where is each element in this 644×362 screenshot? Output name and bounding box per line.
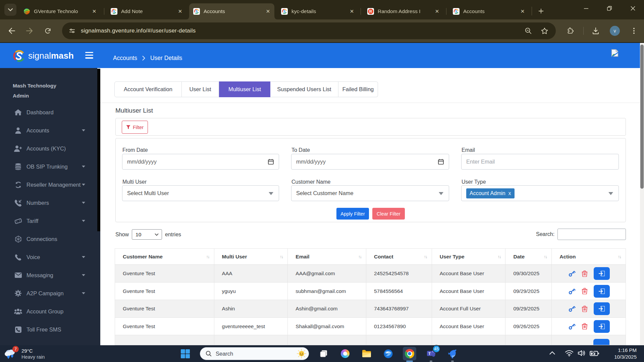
- sort-icon[interactable]: ↑↓: [206, 254, 209, 259]
- url-text[interactable]: signalmash.gventure.info/#/user/user-det…: [81, 27, 196, 34]
- page-scrollbar-thumb[interactable]: [640, 45, 644, 189]
- tray-battery[interactable]: [590, 350, 599, 358]
- file-explorer-button[interactable]: [360, 347, 373, 360]
- column-header-action[interactable]: Action↑↓: [551, 249, 626, 264]
- sidebar-item-account-group[interactable]: Account Group: [0, 302, 97, 320]
- multi-user-select[interactable]: Select Multi User: [122, 185, 279, 201]
- delete-trash-icon[interactable]: [582, 323, 587, 329]
- tray-volume[interactable]: [578, 350, 586, 358]
- sort-icon[interactable]: ↑↓: [280, 254, 283, 259]
- sort-icon[interactable]: ↑↓: [358, 254, 361, 259]
- column-header-date[interactable]: Date↑↓: [505, 249, 551, 264]
- login-as-user-button[interactable]: [593, 339, 609, 345]
- sidebar-item-numbers[interactable]: Numbers: [0, 194, 97, 212]
- tab-close-icon[interactable]: ✕: [349, 8, 355, 14]
- downloads-button[interactable]: [590, 25, 602, 37]
- user-type-select[interactable]: Account Adminx: [461, 185, 619, 201]
- column-header-user-type[interactable]: User Type↑↓: [432, 249, 505, 264]
- page-scrollbar[interactable]: [640, 43, 644, 345]
- reset-password-key-icon[interactable]: [569, 305, 576, 312]
- page-size-select[interactable]: 10: [132, 229, 162, 240]
- browser-tab-random-address[interactable]: R Random Address I ✕: [363, 3, 443, 19]
- tab-close-icon[interactable]: ✕: [265, 8, 271, 14]
- window-restore-button[interactable]: [602, 0, 617, 17]
- sidebar-item-reseller-management[interactable]: Reseller Management: [0, 176, 97, 194]
- task-view-button[interactable]: [317, 347, 330, 360]
- table-search-input[interactable]: [557, 229, 626, 240]
- calendar-icon[interactable]: [438, 159, 444, 165]
- address-bar[interactable]: signalmash.gventure.info/#/user/user-det…: [62, 22, 556, 39]
- user-type-chip[interactable]: Account Adminx: [466, 188, 515, 198]
- customer-name-select[interactable]: Select Customer Name: [291, 185, 449, 201]
- bookmark-star-icon[interactable]: [541, 27, 548, 35]
- tab-search-button[interactable]: [4, 4, 16, 16]
- chrome-button[interactable]: [403, 347, 416, 360]
- delete-trash-icon[interactable]: [582, 306, 587, 312]
- window-close-button[interactable]: [625, 0, 641, 17]
- sidebar-toggle-button[interactable]: [85, 52, 93, 59]
- browser-tab-accounts-active[interactable]: S Accounts ✕: [189, 3, 274, 19]
- forward-button[interactable]: [23, 25, 36, 37]
- tab-failed-billing[interactable]: Failed Billing: [338, 81, 378, 97]
- sidebar-item-tariff[interactable]: Tariff: [0, 212, 97, 230]
- delete-trash-icon[interactable]: [582, 270, 587, 277]
- sidebar-item-ob-sip-trunking[interactable]: OB SIP Trunking: [0, 158, 97, 176]
- sidebar-item-dashboard[interactable]: Dashboard: [0, 103, 97, 121]
- column-header-email[interactable]: Email↑↓: [287, 249, 366, 264]
- tab-close-icon[interactable]: ✕: [91, 8, 97, 14]
- browser-tab-kyc-details[interactable]: S kyc-details ✕: [277, 3, 358, 19]
- teams-button[interactable]: T 45: [424, 347, 438, 360]
- column-header-customer-name[interactable]: Customer Name↑↓: [115, 249, 214, 264]
- copilot-button[interactable]: [338, 347, 352, 360]
- column-header-contact[interactable]: Contact↑↓: [366, 249, 432, 264]
- zoom-indicator-icon[interactable]: [525, 27, 532, 35]
- browser-tab-gventure[interactable]: GVenture Technolo ✕: [19, 3, 101, 19]
- sidebar-item-connections[interactable]: Connections: [0, 230, 97, 248]
- tab-close-icon[interactable]: ✕: [434, 8, 440, 14]
- calendar-icon[interactable]: [268, 159, 274, 165]
- thunderbird-button[interactable]: [381, 347, 395, 360]
- sort-icon[interactable]: ↑↓: [497, 254, 500, 259]
- sidebar-item-messaging[interactable]: Messaging: [0, 266, 97, 284]
- apply-filter-button[interactable]: Apply Filter: [336, 208, 369, 220]
- sort-icon[interactable]: ↑↓: [618, 254, 621, 259]
- clear-filter-button[interactable]: Clear Filter: [372, 208, 405, 220]
- sort-icon[interactable]: ↑↓: [424, 254, 427, 259]
- taskbar-search[interactable]: Search: [200, 347, 309, 360]
- sidebar-item-accounts-kyc[interactable]: Accounts (KYC): [0, 139, 97, 158]
- breadcrumb-accounts[interactable]: Accounts: [113, 55, 137, 62]
- new-tab-button[interactable]: [536, 6, 546, 16]
- chip-remove-icon[interactable]: x: [508, 190, 511, 196]
- login-as-user-button[interactable]: [594, 320, 610, 333]
- tab-user-list[interactable]: User List: [182, 81, 219, 97]
- delete-trash-icon[interactable]: [582, 288, 587, 294]
- login-as-user-button[interactable]: [594, 285, 610, 298]
- taskbar-weather-widget[interactable]: 7 29°C Heavy rain: [4, 345, 71, 362]
- reset-password-key-icon[interactable]: [569, 270, 576, 277]
- reset-password-key-icon[interactable]: [569, 288, 576, 295]
- browser-tab-accounts-2[interactable]: S Accounts ✕: [449, 3, 529, 19]
- tab-close-icon[interactable]: ✕: [520, 8, 526, 14]
- to-date-input[interactable]: mm/dd/yyyy: [291, 154, 449, 170]
- login-as-user-button[interactable]: [594, 267, 610, 280]
- site-info-button[interactable]: [68, 27, 76, 35]
- reset-password-key-icon[interactable]: [569, 323, 576, 330]
- sidebar-item-accounts[interactable]: Accounts: [0, 121, 97, 139]
- tray-wifi[interactable]: [565, 349, 574, 358]
- tray-chevron[interactable]: [549, 350, 555, 356]
- sidebar-item-voice[interactable]: Voice: [0, 248, 97, 266]
- dolphin-app-button[interactable]: [446, 347, 459, 360]
- tab-multiuser-list[interactable]: Multiuser List: [219, 81, 270, 97]
- start-button[interactable]: [178, 347, 192, 360]
- profile-avatar[interactable]: v: [610, 26, 620, 36]
- sidebar-item-toll-free-sms[interactable]: Toll Free SMS: [0, 320, 97, 339]
- sidebar-item-a2p-campaign[interactable]: A2P Campaign: [0, 284, 97, 302]
- sidebar-scrollbar[interactable]: [97, 69, 100, 345]
- tray-clock[interactable]: 1:16 PM 10/3/2025: [604, 347, 637, 360]
- sort-icon[interactable]: ↑↓: [544, 254, 547, 259]
- back-button[interactable]: [6, 25, 18, 37]
- login-as-user-button[interactable]: [594, 302, 610, 315]
- from-date-input[interactable]: mm/dd/yyyy: [122, 154, 279, 170]
- tab-suspended-users-list[interactable]: Suspended Users List: [270, 81, 338, 97]
- reload-button[interactable]: [42, 25, 54, 37]
